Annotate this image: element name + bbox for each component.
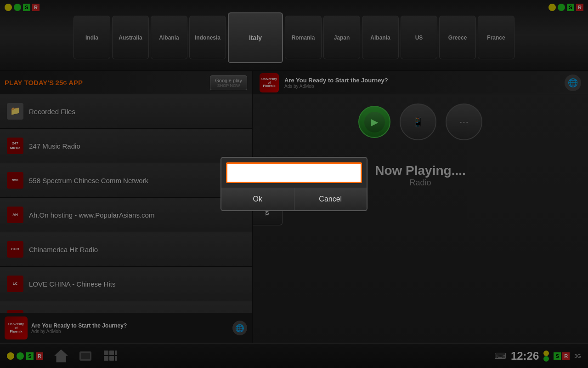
dialog-overlay: Ok Cancel	[0, 0, 588, 368]
dialog-text-input[interactable]	[226, 162, 362, 183]
dialog-buttons: Ok Cancel	[221, 188, 367, 210]
dialog-cancel-button[interactable]: Cancel	[294, 188, 367, 210]
dialog-input-area	[221, 158, 367, 188]
dialog-ok-button[interactable]: Ok	[221, 188, 294, 210]
dialog-box: Ok Cancel	[220, 157, 368, 211]
